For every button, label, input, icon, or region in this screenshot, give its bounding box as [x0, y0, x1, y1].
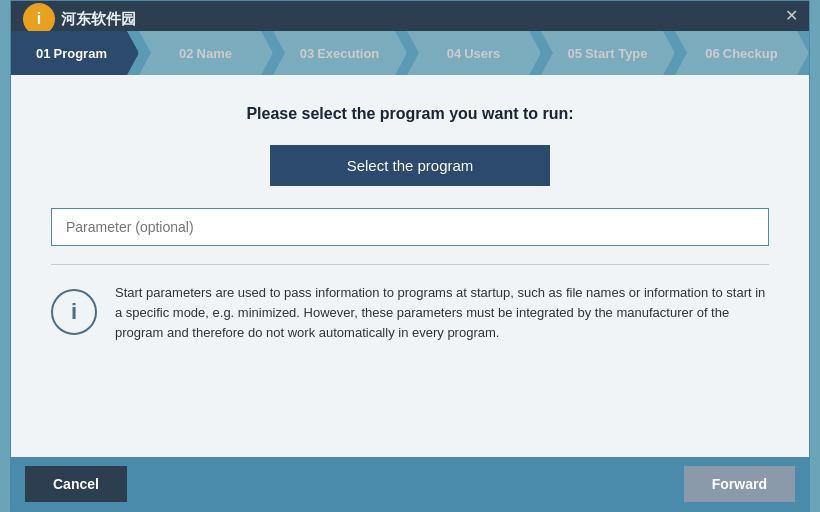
step-2-num: 02 — [179, 46, 193, 61]
step-6-checkup[interactable]: 06 Checkup — [675, 31, 809, 75]
cancel-button[interactable]: Cancel — [25, 466, 127, 502]
close-button[interactable]: ✕ — [781, 6, 801, 26]
step-3-label: Execution — [317, 46, 379, 61]
step-2-name[interactable]: 02 Name — [139, 31, 273, 75]
step-3-num: 03 — [300, 46, 314, 61]
step-3-execution[interactable]: 03 Execution — [273, 31, 407, 75]
page-title: Please select the program you want to ru… — [51, 105, 769, 123]
step-4-num: 04 — [447, 46, 461, 61]
step-1-program[interactable]: 01 Program — [11, 31, 139, 75]
bottom-bar: Cancel Forward — [11, 457, 809, 511]
main-content: Please select the program you want to ru… — [11, 75, 809, 457]
info-text: Start parameters are used to pass inform… — [115, 283, 769, 343]
forward-button[interactable]: Forward — [684, 466, 795, 502]
info-icon: i — [51, 289, 97, 335]
step-6-label: Checkup — [723, 46, 778, 61]
step-4-label: Users — [464, 46, 500, 61]
steps-bar: 01 Program 02 Name 03 Execution 04 Users… — [11, 31, 809, 75]
step-1-num: 01 — [36, 46, 50, 61]
step-1-label: Program — [54, 46, 107, 61]
step-5-starttype[interactable]: 05 Start Type — [541, 31, 675, 75]
divider — [51, 264, 769, 265]
step-5-num: 05 — [567, 46, 581, 61]
main-window: i 河东软件园 ✕ 01 Program 02 Name 03 Executio… — [10, 0, 810, 512]
watermark-logo-text: i — [37, 10, 41, 28]
parameter-input[interactable] — [51, 208, 769, 246]
info-section: i Start parameters are used to pass info… — [51, 283, 769, 343]
step-4-users[interactable]: 04 Users — [407, 31, 541, 75]
step-5-label: Start Type — [585, 46, 648, 61]
title-bar: i 河东软件园 ✕ — [11, 1, 809, 31]
watermark: i 河东软件园 — [23, 3, 136, 35]
step-6-num: 06 — [705, 46, 719, 61]
step-2-label: Name — [197, 46, 232, 61]
watermark-site: 河东软件园 — [61, 10, 136, 29]
select-program-button[interactable]: Select the program — [270, 145, 550, 186]
watermark-logo: i — [23, 3, 55, 35]
